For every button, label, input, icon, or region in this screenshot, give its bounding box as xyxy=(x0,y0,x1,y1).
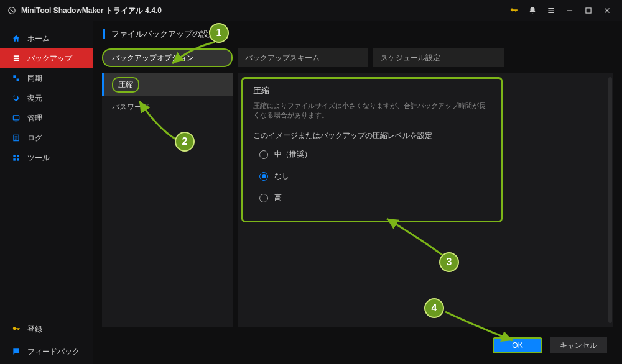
svg-rect-6 xyxy=(17,158,19,160)
home-icon xyxy=(11,34,21,43)
accent-bar xyxy=(103,29,105,39)
svg-rect-4 xyxy=(17,155,19,157)
tab-label: バックアップスキーム xyxy=(245,53,320,63)
nav-item-compression[interactable]: 圧縮 xyxy=(102,73,233,96)
sidebar-item-restore[interactable]: 復元 xyxy=(0,88,93,108)
titlebar: MiniTool ShadowMaker トライアル 4.4.0 xyxy=(0,0,622,21)
radio-label: 中（推奨） xyxy=(274,149,312,160)
sidebar-label: ツール xyxy=(27,153,50,163)
ok-button[interactable]: OK xyxy=(493,337,542,353)
tab-schedule[interactable]: スケジュール設定 xyxy=(373,48,504,67)
page-title: ファイルバックアップの設定 xyxy=(111,29,216,40)
cancel-button[interactable]: キャンセル xyxy=(550,337,607,353)
radio-high[interactable]: 高 xyxy=(259,193,491,203)
sidebar-label: フィードバック xyxy=(27,347,80,357)
radio-label: なし xyxy=(274,171,289,181)
sidebar-item-backup[interactable]: バックアップ xyxy=(0,48,93,68)
annotation-badge-3: 3 xyxy=(439,252,459,272)
tab-label: スケジュール設定 xyxy=(381,53,440,63)
nav-label: パスワード xyxy=(112,102,149,112)
tab-backup-scheme[interactable]: バックアップスキーム xyxy=(238,48,368,67)
menu-icon[interactable] xyxy=(544,3,559,18)
log-icon xyxy=(11,133,21,143)
manage-icon xyxy=(11,113,21,123)
options-nav: 圧縮 パスワード xyxy=(102,73,233,327)
notification-icon[interactable] xyxy=(525,3,540,18)
minimize-button[interactable] xyxy=(562,3,577,18)
panel-title: 圧縮 xyxy=(253,85,491,96)
annotation-badge-4: 4 xyxy=(424,298,444,318)
sidebar-label: 復元 xyxy=(27,93,42,104)
radio-icon xyxy=(259,194,268,202)
compression-panel: 圧縮 圧縮によりファイルサイズは小さくなりますが、合計バックアップ時間が長くなる… xyxy=(241,77,503,222)
radio-label: 高 xyxy=(274,193,282,203)
options-panel: 圧縮 圧縮によりファイルサイズは小さくなりますが、合計バックアップ時間が長くなる… xyxy=(238,73,613,327)
svg-rect-1 xyxy=(13,116,19,120)
radio-icon xyxy=(259,150,268,159)
sidebar-label: 登録 xyxy=(27,324,42,335)
svg-rect-5 xyxy=(13,158,16,160)
nav-item-password[interactable]: パスワード xyxy=(102,96,233,118)
feedback-icon xyxy=(11,347,21,357)
tab-bar: バックアップオプション バックアップスキーム スケジュール設定 xyxy=(102,48,613,67)
main-panel: ファイルバックアップの設定 バックアップオプション バックアップスキーム スケジ… xyxy=(93,21,622,364)
sidebar-item-home[interactable]: ホーム xyxy=(0,29,93,48)
tab-label: バックアップオプション xyxy=(112,53,194,63)
radio-none[interactable]: なし xyxy=(259,171,491,181)
sidebar-item-tools[interactable]: ツール xyxy=(0,148,93,168)
button-label: OK xyxy=(512,341,522,350)
radio-medium[interactable]: 中（推奨） xyxy=(259,149,491,160)
sync-icon xyxy=(11,73,21,83)
sidebar-item-feedback[interactable]: フィードバック xyxy=(0,342,93,362)
maximize-button[interactable] xyxy=(581,3,596,18)
sidebar: ホーム バックアップ 同期 復元 管理 ログ ツール xyxy=(0,21,93,364)
panel-subtitle: このイメージまたはバックアップの圧縮レベルを設定 xyxy=(253,131,491,140)
sidebar-label: 管理 xyxy=(27,113,42,124)
annotation-badge-2: 2 xyxy=(175,132,195,152)
radio-icon xyxy=(259,172,268,181)
restore-icon xyxy=(11,93,21,103)
close-button[interactable] xyxy=(600,3,615,18)
svg-rect-3 xyxy=(13,155,16,157)
tools-icon xyxy=(11,153,21,163)
page-header: ファイルバックアップの設定 xyxy=(102,29,613,40)
panel-desc: 圧縮によりファイルサイズは小さくなりますが、合計バックアップ時間が長くなる場合が… xyxy=(253,101,491,120)
sidebar-item-register[interactable]: 登録 xyxy=(0,319,93,339)
key-icon[interactable] xyxy=(506,3,521,18)
dialog-footer: OK キャンセル xyxy=(102,333,613,358)
sidebar-label: バックアップ xyxy=(27,53,72,64)
sidebar-item-log[interactable]: ログ xyxy=(0,128,93,148)
annotation-badge-1: 1 xyxy=(209,23,229,43)
sidebar-item-manage[interactable]: 管理 xyxy=(0,108,93,128)
button-label: キャンセル xyxy=(560,340,597,351)
nav-label: 圧縮 xyxy=(112,77,139,93)
app-logo-icon xyxy=(7,6,16,15)
key-icon xyxy=(11,324,21,334)
sidebar-label: 同期 xyxy=(27,73,42,84)
backup-icon xyxy=(11,53,21,63)
app-title: MiniTool ShadowMaker トライアル 4.4.0 xyxy=(21,6,503,16)
sidebar-item-sync[interactable]: 同期 xyxy=(0,68,93,88)
sidebar-label: ログ xyxy=(27,133,42,143)
svg-rect-0 xyxy=(586,8,591,13)
scrollbar[interactable] xyxy=(608,77,612,323)
sidebar-label: ホーム xyxy=(27,34,50,44)
tab-backup-options[interactable]: バックアップオプション xyxy=(102,48,233,67)
